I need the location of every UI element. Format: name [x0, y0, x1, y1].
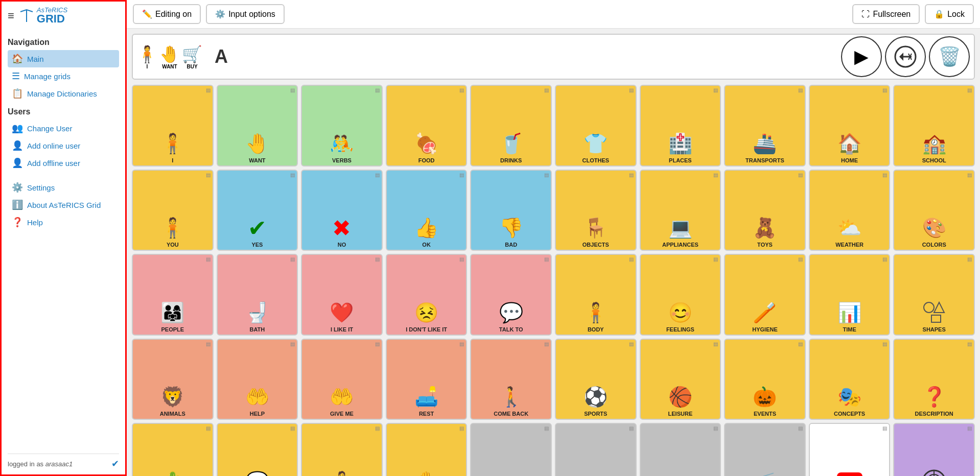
cell-yes[interactable]: ▤ ✔ YES	[217, 170, 298, 251]
cell-label-ok: OK	[422, 242, 431, 248]
sidebar-item-manage-dicts[interactable]: 📋 Manage Dictionaries	[8, 85, 119, 102]
cell-come-back[interactable]: ▤ 🚶 COME BACK	[470, 339, 552, 420]
cell-i-dont-like-it[interactable]: ▤ 😣 I DON'T LIKE IT	[386, 254, 468, 336]
sidebar-item-add-offline-user[interactable]: 👤 Add offline user	[8, 154, 119, 172]
sidebar-item-about[interactable]: ℹ️ About AsTeRICS Grid	[8, 196, 119, 213]
cell-numbers[interactable]: ▤ 123 NUMBERS	[470, 423, 552, 476]
cell-corner-talk-to: ▤	[544, 256, 549, 262]
lock-button[interactable]: 🔒 Lock	[925, 4, 974, 24]
fullscreen-label: Fullscreen	[873, 10, 911, 19]
svg-marker-7	[934, 302, 944, 313]
cell-colors[interactable]: ▤ 🎨 COLORS	[893, 170, 975, 251]
cell-corner-bath: ▤	[290, 256, 295, 262]
cell-objects[interactable]: ▤ 🪑 OBJECTS	[555, 170, 637, 251]
cell-no[interactable]: ▤ ✖ NO	[301, 170, 383, 251]
cell-events[interactable]: ▤ 🎃 EVENTS	[724, 339, 806, 420]
logo-grid: GRID	[37, 13, 67, 25]
cell-icon-sports: ⚽	[582, 383, 610, 411]
cell-radio[interactable]: ▤ 📻 RADIO	[724, 423, 806, 476]
sidebar-item-manage-grids[interactable]: ☰ Manage grids	[8, 67, 119, 85]
fullscreen-icon: ⛶	[861, 10, 870, 19]
info-icon: ℹ️	[12, 199, 23, 210]
action-buttons: ▶ 🗑️	[841, 36, 972, 77]
cell-expressions[interactable]: ▤ 💬 EXPRESSIONS	[217, 423, 298, 476]
sidebar-item-change-user[interactable]: 👥 Change User	[8, 120, 119, 137]
hamburger-menu[interactable]: ≡	[8, 9, 14, 22]
cell-weather[interactable]: ▤ ⛅ WEATHER	[809, 170, 891, 251]
cell-give-me[interactable]: ▤ 🤲 GIVE ME	[301, 339, 383, 420]
fullscreen-button[interactable]: ⛶ Fullscreen	[852, 4, 920, 24]
input-options-label: Input options	[228, 10, 275, 19]
cell-sports[interactable]: ▤ ⚽ SPORTS	[555, 339, 637, 420]
cell-animals[interactable]: ▤ 🦁 ANIMALS	[132, 339, 214, 420]
cell-core-50[interactable]: ▤ CORE 50	[893, 423, 975, 476]
cell-label-give-me: GIVE ME	[330, 411, 354, 417]
cell-stop[interactable]: ▤ ✋ STOP	[386, 423, 468, 476]
cell-time[interactable]: ▤ 📊 TIME	[809, 254, 891, 336]
cell-youtube[interactable]: ▤ YOUTUBE	[809, 423, 891, 476]
cell-verbs[interactable]: ▤ 🤼 VERBS	[301, 85, 383, 166]
sidebar-item-settings[interactable]: ⚙️ Settings	[8, 179, 119, 196]
cell-toys[interactable]: ▤ 🧸 TOYS	[724, 170, 806, 251]
cell-home[interactable]: ▤ 🏠 HOME	[809, 85, 891, 166]
main-content: ✏️ Editing on ⚙️ Input options ⛶ Fullscr…	[127, 0, 980, 476]
cell-icon-weather: ⛅	[836, 214, 864, 242]
cell-bad[interactable]: ▤ 👎 BAD	[470, 170, 552, 251]
delete-button[interactable]	[885, 36, 926, 77]
cell-bath[interactable]: ▤ 🚽 BATH	[217, 254, 298, 336]
sidebar-item-main[interactable]: 🏠 Main	[8, 50, 119, 67]
cell-people[interactable]: ▤ 👨‍👩‍👧 PEOPLE	[132, 254, 214, 336]
toolbar-right: ⛶ Fullscreen 🔒 Lock	[852, 4, 974, 24]
cell-i-like-it[interactable]: ▤ ❤️ I LIKE IT	[301, 254, 383, 336]
phrase-buy[interactable]: 🛒 BUY	[182, 44, 202, 69]
about-label: About AsTeRICS Grid	[27, 201, 101, 209]
phrase-want[interactable]: 🤚 WANT	[159, 44, 180, 69]
cell-places[interactable]: ▤ 🏥 PLACES	[640, 85, 721, 166]
cell-icon-shapes	[920, 299, 948, 326]
sidebar-item-help[interactable]: ❓ Help	[8, 213, 119, 231]
phrase-i[interactable]: 🧍 I	[137, 44, 157, 69]
cell-rest[interactable]: ▤ 🛋️ REST	[386, 339, 468, 420]
cell-body[interactable]: ▤ 🧍 BODY	[555, 254, 637, 336]
cell-keyboard[interactable]: ▤ ⌨️ KEYBOARD	[640, 423, 721, 476]
cell-corner-colors: ▤	[967, 172, 972, 178]
cell-transports[interactable]: ▤ 🚢 TRANSPORTS	[724, 85, 806, 166]
cell-food[interactable]: ▤ 🍖 FOOD	[386, 85, 468, 166]
editing-on-button[interactable]: ✏️ Editing on	[133, 4, 201, 24]
cell-concepts[interactable]: ▤ 🎭 CONCEPTS	[809, 339, 891, 420]
cell-shapes[interactable]: ▤ SHAPES	[893, 254, 975, 336]
cell-hygiene[interactable]: ▤ 🪥 HYGIENE	[724, 254, 806, 336]
cell-icon-numbers: 123	[497, 468, 525, 476]
input-options-button[interactable]: ⚙️ Input options	[206, 4, 285, 24]
cell-leisure[interactable]: ▤ 🏀 LEISURE	[640, 339, 721, 420]
cell-icon-help: 🤲	[243, 383, 271, 411]
cell-label-hygiene: HYGIENE	[752, 326, 778, 332]
cell-feelings[interactable]: ▤ 😊 FEELINGS	[640, 254, 721, 336]
cell-school[interactable]: ▤ 🏫 SCHOOL	[893, 85, 975, 166]
cell-you[interactable]: ▤ 🧍 YOU	[132, 170, 214, 251]
cell-want[interactable]: ▤ 🤚 WANT	[217, 85, 298, 166]
trash-button[interactable]: 🗑️	[929, 36, 970, 77]
cell-talk-to[interactable]: ▤ 💬 TALK TO	[470, 254, 552, 336]
cell-about-me[interactable]: ▤ 🧍 ABOUT ME	[301, 423, 383, 476]
cell-ok[interactable]: ▤ 👍 OK	[386, 170, 468, 251]
cell-i[interactable]: ▤ 🧍 I	[132, 85, 214, 166]
cell-label-home: HOME	[841, 157, 858, 163]
add-offline-user-label: Add offline user	[27, 159, 80, 168]
add-online-icon: 👤	[12, 140, 23, 151]
cell-corner-feelings: ▤	[713, 256, 718, 262]
cell-words[interactable]: ▤ ABC… WORDS	[555, 423, 637, 476]
cell-appliances[interactable]: ▤ 💻 APPLIANCES	[640, 170, 721, 251]
sidebar-item-add-online-user[interactable]: 👤 Add online user	[8, 137, 119, 154]
cell-help[interactable]: ▤ 🤲 HELP	[217, 339, 298, 420]
cell-description[interactable]: ▤ ❓ DESCRIPTION	[893, 339, 975, 420]
cell-plants[interactable]: ▤ 🌵 PLANTS	[132, 423, 214, 476]
cell-icon-i-dont-like-it: 😣	[413, 299, 440, 326]
cell-corner-events: ▤	[798, 341, 803, 347]
cell-drinks[interactable]: ▤ 🥤 DRINKS	[470, 85, 552, 166]
cell-icon-time: 📊	[836, 299, 864, 326]
cell-label-leisure: LEISURE	[668, 411, 693, 417]
cell-clothes[interactable]: ▤ 👕 CLOTHES	[555, 85, 637, 166]
cell-corner-expressions: ▤	[290, 425, 295, 431]
play-button[interactable]: ▶	[841, 36, 882, 77]
